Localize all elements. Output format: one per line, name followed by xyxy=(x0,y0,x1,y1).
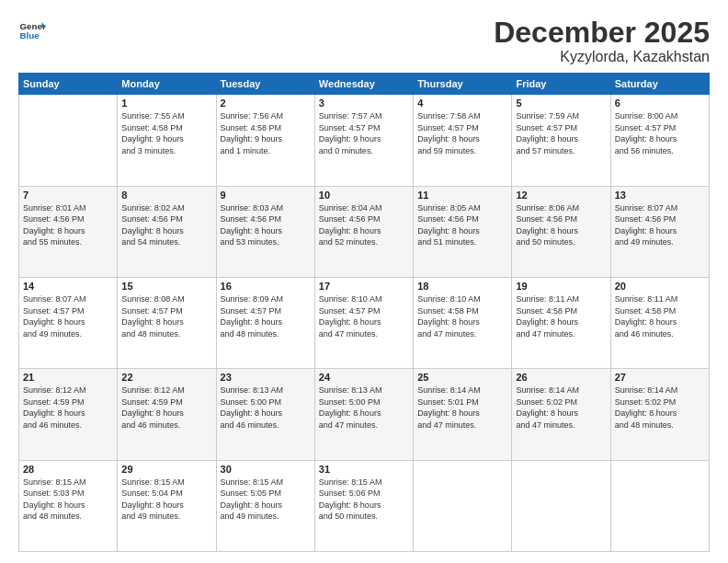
calendar-cell: 10Sunrise: 8:04 AM Sunset: 4:56 PM Dayli… xyxy=(314,186,413,277)
calendar-cell: 18Sunrise: 8:10 AM Sunset: 4:58 PM Dayli… xyxy=(414,277,512,368)
calendar-cell: 5Sunrise: 7:59 AM Sunset: 4:57 PM Daylig… xyxy=(512,95,610,186)
day-info: Sunrise: 8:15 AM Sunset: 5:06 PM Dayligh… xyxy=(319,477,409,523)
calendar-cell: 6Sunrise: 8:00 AM Sunset: 4:57 PM Daylig… xyxy=(610,95,709,186)
day-info: Sunrise: 8:14 AM Sunset: 5:02 PM Dayligh… xyxy=(516,385,606,431)
calendar-cell: 14Sunrise: 8:07 AM Sunset: 4:57 PM Dayli… xyxy=(19,277,118,368)
page: General Blue December 2025 Kyzylorda, Ka… xyxy=(0,0,728,563)
day-number: 30 xyxy=(221,464,311,475)
calendar-cell: 16Sunrise: 8:09 AM Sunset: 4:57 PM Dayli… xyxy=(216,277,314,368)
col-tuesday: Tuesday xyxy=(216,74,314,95)
calendar-cell: 2Sunrise: 7:56 AM Sunset: 4:58 PM Daylig… xyxy=(216,95,314,186)
day-info: Sunrise: 8:11 AM Sunset: 4:58 PM Dayligh… xyxy=(516,293,606,339)
calendar-cell xyxy=(414,460,512,551)
day-number: 13 xyxy=(615,190,705,201)
day-info: Sunrise: 8:06 AM Sunset: 4:56 PM Dayligh… xyxy=(516,202,606,248)
day-info: Sunrise: 8:04 AM Sunset: 4:56 PM Dayligh… xyxy=(319,202,409,248)
day-number: 27 xyxy=(615,372,705,383)
day-number: 15 xyxy=(121,281,211,292)
calendar-header-row: Sunday Monday Tuesday Wednesday Thursday… xyxy=(19,74,710,95)
day-info: Sunrise: 8:03 AM Sunset: 4:56 PM Dayligh… xyxy=(221,202,311,248)
calendar-week-3: 14Sunrise: 8:07 AM Sunset: 4:57 PM Dayli… xyxy=(19,277,710,368)
calendar-cell: 7Sunrise: 8:01 AM Sunset: 4:56 PM Daylig… xyxy=(19,186,118,277)
day-info: Sunrise: 7:56 AM Sunset: 4:58 PM Dayligh… xyxy=(221,110,311,156)
day-info: Sunrise: 8:13 AM Sunset: 5:00 PM Dayligh… xyxy=(319,385,409,431)
day-number: 21 xyxy=(23,372,113,383)
calendar-cell: 1Sunrise: 7:55 AM Sunset: 4:58 PM Daylig… xyxy=(118,95,216,186)
svg-text:Blue: Blue xyxy=(20,30,40,40)
title-block: December 2025 Kyzylorda, Kazakhstan xyxy=(494,17,710,65)
calendar-cell: 9Sunrise: 8:03 AM Sunset: 4:56 PM Daylig… xyxy=(216,186,314,277)
day-number: 20 xyxy=(615,281,705,292)
day-number: 26 xyxy=(516,372,606,383)
calendar-cell: 20Sunrise: 8:11 AM Sunset: 4:58 PM Dayli… xyxy=(610,277,709,368)
day-number: 24 xyxy=(319,372,409,383)
day-number: 16 xyxy=(221,281,311,292)
day-info: Sunrise: 8:14 AM Sunset: 5:02 PM Dayligh… xyxy=(615,385,705,431)
day-number: 14 xyxy=(23,281,113,292)
calendar-table: Sunday Monday Tuesday Wednesday Thursday… xyxy=(18,73,710,552)
calendar-cell: 12Sunrise: 8:06 AM Sunset: 4:56 PM Dayli… xyxy=(512,186,610,277)
day-number: 1 xyxy=(121,98,211,109)
day-info: Sunrise: 7:58 AM Sunset: 4:57 PM Dayligh… xyxy=(417,110,507,156)
calendar-cell: 31Sunrise: 8:15 AM Sunset: 5:06 PM Dayli… xyxy=(314,460,413,551)
day-info: Sunrise: 8:09 AM Sunset: 4:57 PM Dayligh… xyxy=(221,293,311,339)
logo-icon: General Blue xyxy=(18,17,46,44)
day-number: 17 xyxy=(319,281,409,292)
calendar-cell: 27Sunrise: 8:14 AM Sunset: 5:02 PM Dayli… xyxy=(610,369,709,460)
col-saturday: Saturday xyxy=(610,74,709,95)
calendar-cell: 19Sunrise: 8:11 AM Sunset: 4:58 PM Dayli… xyxy=(512,277,610,368)
day-number: 25 xyxy=(417,372,507,383)
calendar-cell: 15Sunrise: 8:08 AM Sunset: 4:57 PM Dayli… xyxy=(118,277,216,368)
day-number: 19 xyxy=(516,281,606,292)
day-number: 12 xyxy=(516,190,606,201)
day-number: 11 xyxy=(417,190,507,201)
calendar-cell: 28Sunrise: 8:15 AM Sunset: 5:03 PM Dayli… xyxy=(19,460,118,551)
day-info: Sunrise: 8:00 AM Sunset: 4:57 PM Dayligh… xyxy=(615,110,705,156)
calendar-cell: 22Sunrise: 8:12 AM Sunset: 4:59 PM Dayli… xyxy=(118,369,216,460)
day-info: Sunrise: 8:07 AM Sunset: 4:57 PM Dayligh… xyxy=(23,293,113,339)
logo: General Blue xyxy=(18,17,46,44)
day-info: Sunrise: 7:55 AM Sunset: 4:58 PM Dayligh… xyxy=(121,110,211,156)
day-number: 31 xyxy=(319,464,409,475)
calendar-cell xyxy=(610,460,709,551)
day-number: 6 xyxy=(615,98,705,109)
day-info: Sunrise: 7:59 AM Sunset: 4:57 PM Dayligh… xyxy=(516,110,606,156)
day-number: 23 xyxy=(221,372,311,383)
calendar-cell: 4Sunrise: 7:58 AM Sunset: 4:57 PM Daylig… xyxy=(414,95,512,186)
day-number: 28 xyxy=(23,464,113,475)
calendar-cell: 3Sunrise: 7:57 AM Sunset: 4:57 PM Daylig… xyxy=(314,95,413,186)
day-number: 8 xyxy=(121,190,211,201)
col-friday: Friday xyxy=(512,74,610,95)
day-number: 22 xyxy=(121,372,211,383)
calendar-week-1: 1Sunrise: 7:55 AM Sunset: 4:58 PM Daylig… xyxy=(19,95,710,186)
calendar-cell: 25Sunrise: 8:14 AM Sunset: 5:01 PM Dayli… xyxy=(414,369,512,460)
day-info: Sunrise: 8:05 AM Sunset: 4:56 PM Dayligh… xyxy=(417,202,507,248)
calendar-cell: 21Sunrise: 8:12 AM Sunset: 4:59 PM Dayli… xyxy=(19,369,118,460)
day-info: Sunrise: 8:15 AM Sunset: 5:04 PM Dayligh… xyxy=(121,477,211,523)
day-info: Sunrise: 8:13 AM Sunset: 5:00 PM Dayligh… xyxy=(221,385,311,431)
calendar-cell: 23Sunrise: 8:13 AM Sunset: 5:00 PM Dayli… xyxy=(216,369,314,460)
day-info: Sunrise: 8:14 AM Sunset: 5:01 PM Dayligh… xyxy=(417,385,507,431)
day-number: 7 xyxy=(23,190,113,201)
day-number: 4 xyxy=(417,98,507,109)
day-info: Sunrise: 8:07 AM Sunset: 4:56 PM Dayligh… xyxy=(615,202,705,248)
day-number: 29 xyxy=(121,464,211,475)
day-number: 9 xyxy=(221,190,311,201)
day-info: Sunrise: 8:02 AM Sunset: 4:56 PM Dayligh… xyxy=(121,202,211,248)
calendar-cell: 24Sunrise: 8:13 AM Sunset: 5:00 PM Dayli… xyxy=(314,369,413,460)
calendar-week-4: 21Sunrise: 8:12 AM Sunset: 4:59 PM Dayli… xyxy=(19,369,710,460)
main-title: December 2025 xyxy=(494,17,710,49)
calendar-cell xyxy=(19,95,118,186)
day-info: Sunrise: 8:10 AM Sunset: 4:58 PM Dayligh… xyxy=(417,293,507,339)
day-info: Sunrise: 8:12 AM Sunset: 4:59 PM Dayligh… xyxy=(23,385,113,431)
day-number: 2 xyxy=(221,98,311,109)
calendar-week-2: 7Sunrise: 8:01 AM Sunset: 4:56 PM Daylig… xyxy=(19,186,710,277)
calendar-cell: 26Sunrise: 8:14 AM Sunset: 5:02 PM Dayli… xyxy=(512,369,610,460)
calendar-cell: 29Sunrise: 8:15 AM Sunset: 5:04 PM Dayli… xyxy=(118,460,216,551)
calendar-cell xyxy=(512,460,610,551)
header: General Blue December 2025 Kyzylorda, Ka… xyxy=(18,17,710,65)
day-number: 18 xyxy=(417,281,507,292)
day-info: Sunrise: 7:57 AM Sunset: 4:57 PM Dayligh… xyxy=(319,110,409,156)
calendar-cell: 11Sunrise: 8:05 AM Sunset: 4:56 PM Dayli… xyxy=(414,186,512,277)
day-info: Sunrise: 8:01 AM Sunset: 4:56 PM Dayligh… xyxy=(23,202,113,248)
